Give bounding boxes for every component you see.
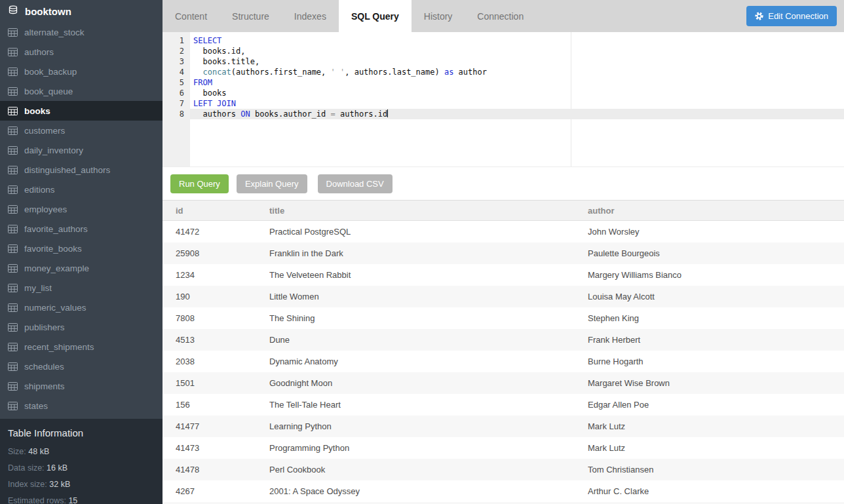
info-label: Estimated rows:	[8, 496, 66, 504]
cell-id: 41478	[176, 465, 269, 475]
cell-author: Burne Hogarth	[588, 357, 844, 366]
sidebar-item-customers[interactable]: customers	[0, 121, 163, 140]
results-header-row: idtitleauthor	[163, 201, 844, 221]
table-name: favorite_authors	[24, 224, 88, 234]
cell-author: Frank Herbert	[588, 335, 844, 345]
table-row[interactable]: 1501Goodnight MoonMargaret Wise Brown	[163, 372, 844, 394]
sidebar-item-books[interactable]: books	[0, 101, 163, 121]
sidebar-item-distinguished_authors[interactable]: distinguished_authors	[0, 160, 163, 180]
sidebar-item-authors[interactable]: authors	[0, 42, 163, 62]
tab-history[interactable]: History	[412, 0, 465, 32]
table-icon	[8, 87, 18, 96]
table-row[interactable]: 2038Dynamic AnatomyBurne Hogarth	[163, 351, 844, 372]
line-number: 2	[163, 46, 184, 56]
sidebar-item-employees[interactable]: employees	[0, 199, 163, 219]
table-icon	[8, 146, 18, 155]
code-line-3: books.title,	[190, 56, 844, 67]
line-number: 7	[163, 98, 184, 109]
line-number: 4	[163, 67, 184, 77]
download-csv-button[interactable]: Download CSV	[318, 174, 393, 193]
sidebar-item-alternate_stock[interactable]: alternate_stock	[0, 22, 163, 42]
cell-id: 7808	[176, 313, 269, 323]
sidebar-item-favorite_books[interactable]: favorite_books	[0, 239, 163, 258]
table-name: authors	[24, 47, 54, 57]
table-row[interactable]: 25908Franklin in the DarkPaulette Bourge…	[163, 242, 844, 264]
column-header-title[interactable]: title	[269, 206, 588, 216]
table-name: daily_inventory	[24, 145, 83, 155]
cell-author: Stephen King	[588, 313, 844, 323]
code-line-1: SELECT	[190, 35, 844, 46]
info-label: Data size:	[8, 463, 45, 473]
sidebar-item-my_list[interactable]: my_list	[0, 278, 163, 298]
sidebar-item-recent_shipments[interactable]: recent_shipments	[0, 337, 163, 357]
code-line-7: LEFT JOIN	[190, 98, 844, 109]
table-name: editions	[24, 185, 55, 195]
table-icon	[8, 264, 18, 273]
results-body: 41472Practical PostgreSQLJohn Worsley259…	[163, 221, 844, 504]
table-icon	[8, 402, 18, 410]
column-header-author[interactable]: author	[588, 206, 844, 216]
table-name: customers	[24, 126, 65, 136]
column-header-id[interactable]: id	[176, 206, 269, 216]
info-value: 32 kB	[49, 480, 70, 489]
tab-structure[interactable]: Structure	[220, 0, 282, 32]
cell-title: Learning Python	[269, 421, 588, 431]
line-number: 3	[163, 56, 184, 67]
cell-title: Practical PostgreSQL	[269, 227, 588, 237]
info-value: 48 kB	[28, 447, 49, 456]
sidebar-item-states[interactable]: states	[0, 396, 163, 416]
cell-id: 190	[176, 292, 269, 301]
sidebar-item-daily_inventory[interactable]: daily_inventory	[0, 140, 163, 160]
table-row[interactable]: 41478Perl CookbookTom Christiansen	[163, 459, 844, 480]
cell-title: The Shining	[269, 313, 588, 323]
cell-author: Margaret Wise Brown	[588, 378, 844, 388]
sidebar-item-numeric_values[interactable]: numeric_values	[0, 298, 163, 317]
run-query-button[interactable]: Run Query	[170, 174, 229, 193]
sidebar-item-shipments[interactable]: shipments	[0, 376, 163, 396]
sidebar-item-publishers[interactable]: publishers	[0, 317, 163, 337]
sidebar-item-favorite_authors[interactable]: favorite_authors	[0, 219, 163, 239]
database-name: booktown	[25, 6, 71, 17]
code-line-5: FROM	[190, 77, 844, 88]
table-row[interactable]: 4513DuneFrank Herbert	[163, 329, 844, 351]
table-row[interactable]: 42672001: A Space OdysseyArthur C. Clark…	[163, 480, 844, 502]
edit-connection-button[interactable]: Edit Connection	[746, 6, 837, 26]
table-icon	[8, 225, 18, 233]
tab-content[interactable]: Content	[163, 0, 220, 32]
cell-id: 25908	[176, 248, 269, 258]
tab-connection[interactable]: Connection	[465, 0, 536, 32]
table-row[interactable]: 7808The ShiningStephen King	[163, 307, 844, 329]
tab-sql-query[interactable]: SQL Query	[339, 0, 412, 32]
sidebar-item-book_queue[interactable]: book_queue	[0, 81, 163, 101]
sidebar-item-money_example[interactable]: money_example	[0, 258, 163, 278]
line-number: 6	[163, 88, 184, 98]
sidebar-item-book_backup[interactable]: book_backup	[0, 62, 163, 81]
table-row[interactable]: 190Little WomenLouisa May Alcott	[163, 286, 844, 307]
tab-indexes[interactable]: Indexes	[282, 0, 339, 32]
database-selector[interactable]: booktown	[0, 0, 163, 22]
table-row[interactable]: 1234The Velveteen RabbitMargery Williams…	[163, 264, 844, 286]
tab-bar: ContentStructureIndexesSQL QueryHistoryC…	[163, 0, 844, 32]
explain-query-button[interactable]: Explain Query	[237, 174, 307, 193]
table-information-rows: Size: 48 kBData size: 16 kBIndex size: 3…	[8, 447, 155, 504]
sidebar-item-schedules[interactable]: schedules	[0, 357, 163, 376]
table-icon	[8, 244, 18, 253]
cell-author: Louisa May Alcott	[588, 292, 844, 301]
table-name: favorite_books	[24, 244, 82, 254]
table-icon	[8, 185, 18, 194]
table-row[interactable]: 156The Tell-Tale HeartEdgar Allen Poe	[163, 394, 844, 416]
table-icon	[8, 126, 18, 135]
info-value: 16 kB	[47, 463, 67, 473]
table-row[interactable]: 41477Learning PythonMark Lutz	[163, 416, 844, 437]
table-information-panel: Table Information Size: 48 kBData size: …	[0, 419, 163, 504]
table-row[interactable]: 41472Practical PostgreSQLJohn Worsley	[163, 221, 844, 242]
table-name: schedules	[24, 362, 64, 372]
sidebar-item-editions[interactable]: editions	[0, 180, 163, 199]
code-line-8: authors ON books.author_id = authors.id	[190, 109, 844, 119]
cell-author: John Worsley	[588, 227, 844, 237]
table-row[interactable]: 41473Programming PythonMark Lutz	[163, 437, 844, 459]
sql-code-area[interactable]: SELECT books.id, books.title, concat(aut…	[190, 32, 844, 166]
table-name: book_backup	[24, 67, 77, 77]
table-info-row: Size: 48 kB	[8, 447, 155, 456]
table-info-row: Index size: 32 kB	[8, 480, 155, 489]
